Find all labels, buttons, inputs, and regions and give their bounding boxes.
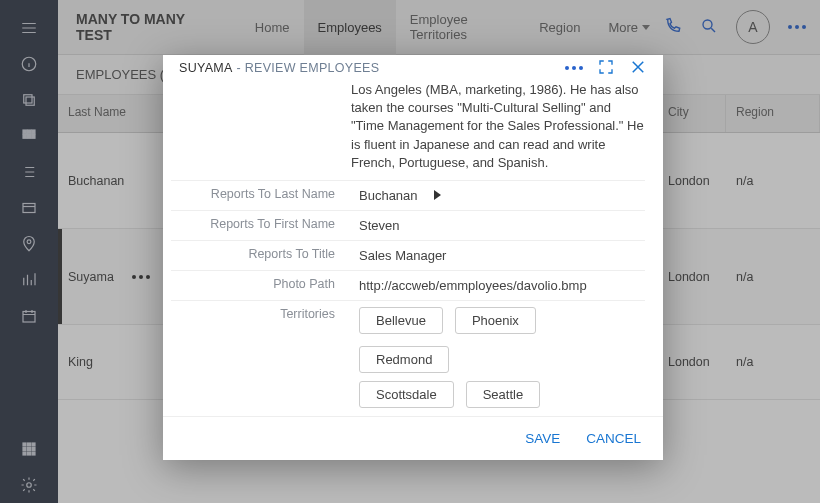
field-label: Reports To First Name (171, 211, 351, 240)
modal-header: SUYAMA - REVIEW EMPLOYEES (163, 55, 663, 75)
territory-chip[interactable]: Redmond (359, 346, 449, 373)
modal-body: Los Angeles (MBA, marketing, 1986). He h… (163, 75, 663, 416)
save-button[interactable]: SAVE (525, 431, 560, 446)
territory-chip[interactable]: Bellevue (359, 307, 443, 334)
territories-value: Bellevue Phoenix Redmond Scottsdale Seat… (351, 301, 645, 416)
territory-chip[interactable]: Scottsdale (359, 381, 454, 408)
field-label: Territories (171, 301, 351, 327)
field-label: Reports To Title (171, 241, 351, 270)
field-label: Reports To Last Name (171, 181, 351, 210)
modal-more-icon[interactable] (565, 66, 583, 70)
description: Los Angeles (MBA, marketing, 1986). He h… (171, 81, 645, 180)
territory-chip[interactable]: Seattle (466, 381, 540, 408)
photo-path-value[interactable]: http://accweb/emmployees/davolio.bmp (351, 271, 645, 300)
modal-footer: SAVE CANCEL (163, 416, 663, 460)
play-icon (434, 190, 441, 200)
reports-to-first-value: Steven (351, 211, 645, 240)
cancel-button[interactable]: CANCEL (586, 431, 641, 446)
modal: SUYAMA - REVIEW EMPLOYEES Los Angeles (M… (163, 55, 663, 460)
reports-to-title-value: Sales Manager (351, 241, 645, 270)
field-label: Photo Path (171, 271, 351, 300)
territory-chip[interactable]: Phoenix (455, 307, 536, 334)
modal-title: SUYAMA - REVIEW EMPLOYEES (179, 61, 379, 75)
reports-to-last-value[interactable]: Buchanan (351, 181, 645, 210)
